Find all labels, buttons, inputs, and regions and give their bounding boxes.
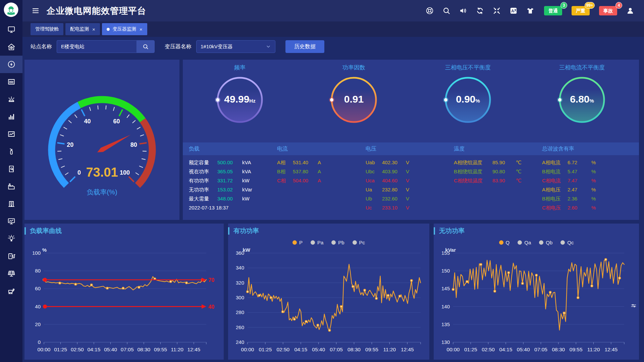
transformer-select-value: 1#10kV变压器 xyxy=(201,44,233,50)
site-search-button[interactable] xyxy=(137,40,155,53)
legend-item-Pa[interactable]: Pa xyxy=(311,240,323,245)
legend-item-Q[interactable]: Q xyxy=(499,240,510,245)
svg-text:%: % xyxy=(42,247,47,253)
sidebar-item-solar-panel[interactable] xyxy=(0,265,22,282)
metric-name: Uca xyxy=(366,176,382,185)
transformer-select[interactable]: 1#10kV变压器 xyxy=(196,40,275,53)
svg-text:300: 300 xyxy=(236,295,244,300)
metric-name: 额定容量 xyxy=(189,158,217,167)
svg-text:05:40: 05:40 xyxy=(312,347,325,352)
tab-close-icon[interactable]: × xyxy=(140,26,143,32)
metric-name: A相绕组温度 xyxy=(454,158,492,167)
sidebar-item-factory[interactable] xyxy=(0,178,22,195)
svg-text:100: 100 xyxy=(120,169,130,176)
screen-chart-icon xyxy=(7,217,16,226)
legend-item-Qa[interactable]: Qa xyxy=(518,240,531,245)
sidebar-item-alarm[interactable] xyxy=(0,90,22,108)
sidebar-item-trend[interactable] xyxy=(0,125,22,143)
metric-unit: % xyxy=(591,203,596,212)
chart-title: 负载率曲线 xyxy=(24,224,224,238)
sidebar-item-bulb[interactable] xyxy=(0,230,22,247)
tab-2[interactable]: 配电监测× xyxy=(65,23,100,35)
table-row: Ua232.80V xyxy=(366,185,448,194)
table-group-header: 总谐波含有率 xyxy=(536,142,639,155)
site-name-input[interactable] xyxy=(57,40,137,53)
tshirt-icon[interactable] xyxy=(526,6,535,15)
user-icon[interactable] xyxy=(626,6,635,15)
table-row: Uab402.30V xyxy=(366,158,448,167)
sidebar-item-ev-charger[interactable] xyxy=(0,247,22,265)
volume-icon[interactable] xyxy=(459,6,468,15)
metric-value: 153.02 xyxy=(217,185,242,194)
svg-text:12:45: 12:45 xyxy=(604,347,618,352)
legend-item-P[interactable]: P xyxy=(292,240,303,245)
metric-value: 2.60 xyxy=(568,203,591,212)
table-row: Ubc403.90V xyxy=(366,167,448,176)
sidebar-item-power[interactable] xyxy=(0,56,22,73)
chevron-down-icon xyxy=(266,44,271,49)
svg-text:负载率(%): 负载率(%) xyxy=(87,188,117,196)
metric-unit: % xyxy=(591,167,596,176)
sidebar-item-home[interactable] xyxy=(0,38,22,56)
kpi-3: 三相电压不平衡度0.90% xyxy=(411,60,525,142)
compress-icon[interactable] xyxy=(492,6,501,15)
svg-text:09:55: 09:55 xyxy=(570,347,583,352)
sidebar-item-building[interactable] xyxy=(0,195,22,213)
legend-item-Qb[interactable]: Qb xyxy=(539,240,552,245)
chart-toolbox-icon[interactable] xyxy=(630,303,637,309)
alarm-chip-2[interactable]: 严重99+ xyxy=(572,6,590,15)
metric-name: A相 xyxy=(277,158,293,167)
translate-icon[interactable]: A xyxy=(509,6,518,15)
line-chart: 020406080100%00:0001:2502:5004:1505:4007… xyxy=(24,246,224,357)
alarm-chip-3[interactable]: 事故4 xyxy=(599,6,617,15)
bar-chart-icon xyxy=(7,112,16,121)
help-icon[interactable] xyxy=(425,6,434,15)
kpi-1: 频率49.99Hz xyxy=(183,60,297,142)
app-logo[interactable] xyxy=(3,2,19,17)
metric-value: 348.00 xyxy=(217,194,242,203)
metric-name: B相电流 xyxy=(542,167,568,176)
tab-1[interactable]: 管理驾驶舱 xyxy=(31,23,63,35)
sidebar-item-report-search[interactable] xyxy=(0,160,22,178)
legend-item-Pc[interactable]: Pc xyxy=(353,240,365,245)
svg-text:02:50: 02:50 xyxy=(482,347,495,352)
sidebar-item-extinguisher[interactable] xyxy=(0,143,22,160)
svg-text:12:45: 12:45 xyxy=(187,347,200,352)
metric-name: Uab xyxy=(366,158,382,167)
sidebar-item-monitor[interactable] xyxy=(0,21,22,38)
alarm-chip-label: 严重 xyxy=(576,8,585,13)
sidebar-item-bar-chart[interactable] xyxy=(0,108,22,125)
table-row: C相电压2.60% xyxy=(542,203,639,212)
menu-toggle-icon[interactable] xyxy=(31,6,40,15)
table-group-column: A相绕组温度85.90℃B相绕组温度90.80℃C相绕组温度83.90℃ xyxy=(448,158,536,212)
refresh-icon[interactable] xyxy=(476,6,484,15)
sidebar-item-waves[interactable] xyxy=(0,73,22,90)
svg-text:02:50: 02:50 xyxy=(71,347,84,352)
metric-unit: % xyxy=(591,176,596,185)
svg-text:280: 280 xyxy=(236,309,244,315)
tab-close-icon[interactable]: × xyxy=(92,26,95,32)
metric-value: 2.47 xyxy=(568,185,591,194)
sidebar-item-screen-chart[interactable] xyxy=(0,213,22,230)
legend-item-Pb[interactable]: Pb xyxy=(331,240,344,245)
table-row: 2022-07-13 18:37 xyxy=(189,203,271,212)
alarm-chip-1[interactable]: 普通3 xyxy=(544,6,562,15)
tab-label: 变压器监测 xyxy=(113,26,136,32)
legend-item-Qc[interactable]: Qc xyxy=(560,240,574,245)
power-icon xyxy=(7,60,16,69)
alarm-chip-label: 事故 xyxy=(603,8,613,13)
tab-3[interactable]: 变压器监测× xyxy=(102,23,147,35)
metric-unit: ℃ xyxy=(516,176,522,185)
table-body: 额定容量500.00kVA视在功率365.05kVA有功功率331.72kW无功… xyxy=(183,155,639,212)
page-title: 企业微电网能效管理平台 xyxy=(47,5,146,17)
search-icon[interactable] xyxy=(442,6,451,15)
svg-text:150: 150 xyxy=(441,268,450,274)
history-data-button[interactable]: 历史数据 xyxy=(285,40,324,53)
table-group-header: 电流 xyxy=(271,142,360,155)
svg-text:07:05: 07:05 xyxy=(330,347,343,352)
metric-unit: V xyxy=(406,167,409,176)
svg-text:08:30: 08:30 xyxy=(137,347,150,352)
metric-value: 6.72 xyxy=(568,158,591,167)
sidebar-item-pump[interactable] xyxy=(0,282,22,300)
metric-unit: ℃ xyxy=(516,167,522,176)
